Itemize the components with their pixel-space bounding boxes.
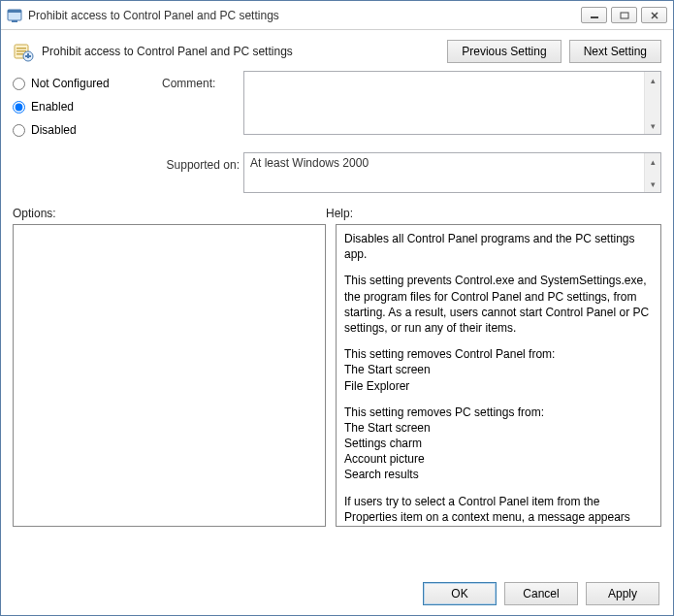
- supported-on-label: Supported on:: [162, 152, 240, 172]
- svg-rect-3: [591, 16, 598, 18]
- help-p4b: The Start screen: [344, 420, 653, 436]
- titlebar: Prohibit access to Control Panel and PC …: [1, 1, 673, 30]
- close-button[interactable]: [641, 7, 667, 23]
- help-p3c: File Explorer: [344, 378, 653, 394]
- comment-label: Comment:: [162, 71, 240, 90]
- help-label: Help:: [326, 207, 661, 220]
- radio-disabled-label: Disabled: [31, 123, 77, 137]
- help-p3b: The Start screen: [344, 362, 653, 377]
- svg-rect-1: [8, 10, 21, 13]
- footer-buttons: OK Cancel Apply: [423, 582, 659, 605]
- section-labels: Options: Help:: [1, 193, 673, 224]
- window-buttons: [581, 7, 667, 23]
- previous-setting-button[interactable]: Previous Setting: [447, 40, 561, 63]
- supported-on-value: At least Windows 2000: [244, 153, 644, 192]
- minimize-button[interactable]: [581, 7, 607, 23]
- help-p5: If users try to select a Control Panel i…: [344, 494, 653, 526]
- svg-rect-9: [16, 50, 26, 52]
- svg-rect-2: [12, 20, 17, 22]
- svg-rect-13: [25, 55, 31, 57]
- help-p4d: Account picture: [344, 451, 653, 467]
- supported-row: Supported on: At least Windows 2000 ▴ ▾: [1, 146, 673, 193]
- supported-scrollbar[interactable]: ▴ ▾: [644, 153, 660, 192]
- help-p3a: This setting removes Control Panel from:: [344, 346, 653, 362]
- ok-button[interactable]: OK: [423, 582, 497, 605]
- apply-button[interactable]: Apply: [586, 582, 659, 605]
- cancel-button[interactable]: Cancel: [504, 582, 578, 605]
- maximize-button[interactable]: [611, 7, 637, 23]
- policy-subtitle: Prohibit access to Control Panel and PC …: [42, 45, 439, 58]
- help-p4a: This setting removes PC settings from:: [344, 405, 653, 420]
- help-p4c: Settings charm: [344, 436, 653, 451]
- scroll-up-icon[interactable]: ▴: [645, 153, 660, 170]
- state-radio-group: Not Configured Enabled Disabled: [13, 71, 158, 146]
- lower-grid: Disables all Control Panel programs and …: [1, 224, 673, 527]
- svg-rect-10: [16, 53, 23, 55]
- radio-disabled-input[interactable]: [13, 124, 25, 137]
- next-setting-button[interactable]: Next Setting: [569, 40, 661, 63]
- scroll-up-icon[interactable]: ▴: [645, 72, 660, 88]
- radio-disabled[interactable]: Disabled: [13, 123, 158, 137]
- app-icon: [7, 8, 22, 23]
- options-label: Options:: [13, 207, 326, 220]
- help-panel: Disables all Control Panel programs and …: [336, 224, 661, 527]
- window-title: Prohibit access to Control Panel and PC …: [28, 9, 581, 22]
- radio-not-configured-input[interactable]: [13, 78, 25, 90]
- radio-enabled-label: Enabled: [31, 100, 74, 113]
- radio-enabled[interactable]: Enabled: [13, 100, 158, 113]
- svg-rect-4: [621, 13, 628, 18]
- upper-grid: Not Configured Enabled Disabled Comment:…: [1, 71, 673, 146]
- radio-not-configured-label: Not Configured: [31, 77, 110, 90]
- comment-field-wrap: ▴ ▾: [243, 71, 661, 135]
- svg-rect-8: [16, 48, 26, 49]
- comment-field[interactable]: [244, 72, 644, 134]
- options-panel: [13, 224, 326, 527]
- policy-icon: [13, 41, 34, 62]
- help-p1: Disables all Control Panel programs and …: [344, 231, 653, 262]
- supported-on-field-wrap: At least Windows 2000 ▴ ▾: [243, 152, 661, 193]
- help-p2: This setting prevents Control.exe and Sy…: [344, 273, 653, 336]
- radio-not-configured[interactable]: Not Configured: [13, 77, 158, 90]
- help-p4e: Search results: [344, 467, 653, 482]
- comment-scrollbar[interactable]: ▴ ▾: [644, 72, 660, 134]
- scroll-down-icon[interactable]: ▾: [645, 117, 660, 134]
- radio-enabled-input[interactable]: [13, 101, 25, 113]
- options-content: [14, 225, 325, 526]
- header-row: Prohibit access to Control Panel and PC …: [1, 30, 673, 71]
- help-content: Disables all Control Panel programs and …: [337, 225, 660, 526]
- scroll-down-icon[interactable]: ▾: [645, 176, 660, 192]
